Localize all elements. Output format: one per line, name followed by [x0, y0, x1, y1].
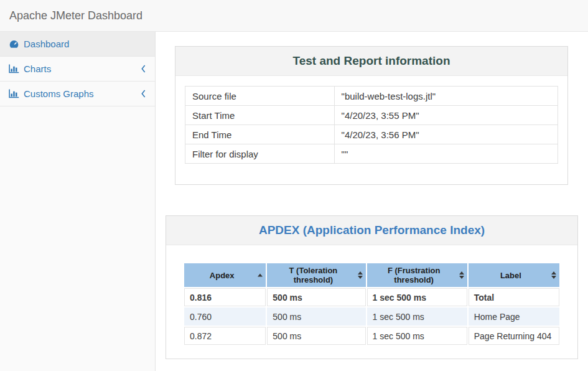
chevron-left-icon [141, 65, 146, 73]
sidebar-item-label: Dashboard [24, 39, 69, 49]
sidebar-item-dashboard[interactable]: Dashboard [0, 32, 155, 57]
apdex-table: Apdex T (Toleration threshold) F (Frustr… [183, 262, 561, 346]
apdex-card-title: APDEX (Application Performance Index) [166, 216, 577, 245]
info-label: Source file [185, 87, 335, 106]
column-header-toleration[interactable]: T (Toleration threshold) [267, 263, 365, 287]
sidebar-item-label: Customs Graphs [24, 88, 94, 99]
table-row: 0.760 500 ms 1 sec 500 ms Home Page [184, 308, 559, 326]
test-report-info-table: Source file "build-web-test-logs.jtl" St… [185, 86, 558, 164]
navbar: Apache JMeter Dashboard [0, 0, 588, 32]
apdex-value: 0.872 [184, 327, 266, 345]
column-header-label: Apdex [210, 271, 235, 280]
info-label: End Time [185, 125, 335, 144]
sidebar-item-charts[interactable]: Charts [0, 57, 155, 82]
column-header-apdex[interactable]: Apdex [184, 263, 266, 287]
toleration-value: 500 ms [267, 327, 365, 345]
sort-icon [358, 271, 363, 279]
column-header-label: T (Toleration threshold) [289, 266, 338, 284]
chevron-left-icon [141, 90, 146, 98]
test-report-info-card: Test and Report information Source file … [175, 46, 568, 185]
app-title: Apache JMeter Dashboard [9, 9, 142, 22]
bar-chart-icon [9, 64, 24, 74]
apdex-header-row: Apdex T (Toleration threshold) F (Frustr… [184, 263, 559, 287]
column-header-label: Label [500, 271, 521, 280]
info-value: "4/20/23, 3:55 PM" [334, 106, 558, 125]
sidebar-item-label: Charts [24, 63, 51, 74]
sort-icon [459, 271, 464, 279]
info-card-title: Test and Report information [175, 47, 567, 76]
sort-asc-icon [258, 274, 263, 277]
sort-icon [551, 271, 556, 279]
apdex-card: APDEX (Application Performance Index) Ap… [166, 215, 578, 359]
frustration-value: 1 sec 500 ms [367, 288, 467, 306]
table-row: Filter for display "" [185, 144, 558, 164]
toleration-value: 500 ms [267, 288, 365, 306]
apdex-value: 0.816 [184, 288, 266, 306]
toleration-value: 500 ms [267, 308, 365, 326]
info-value: "4/20/23, 3:56 PM" [334, 125, 558, 144]
label-value: Page Returning 404 [469, 327, 559, 345]
frustration-value: 1 sec 500 ms [367, 308, 467, 326]
table-row: End Time "4/20/23, 3:56 PM" [185, 125, 558, 144]
info-value: "build-web-test-logs.jtl" [334, 87, 558, 106]
table-row: 0.872 500 ms 1 sec 500 ms Page Returning… [184, 327, 559, 345]
apdex-value: 0.760 [184, 308, 266, 326]
column-header-label-col[interactable]: Label [469, 263, 559, 287]
label-value: Total [469, 288, 559, 306]
label-value: Home Page [469, 308, 559, 326]
main-content: Test and Report information Source file … [156, 32, 588, 371]
column-header-frustration[interactable]: F (Frustration threshold) [367, 263, 467, 287]
column-header-label: F (Frustration threshold) [388, 266, 441, 284]
info-value: "" [334, 144, 558, 164]
table-row: Source file "build-web-test-logs.jtl" [185, 87, 558, 106]
table-row: 0.816 500 ms 1 sec 500 ms Total [184, 288, 559, 306]
sidebar-item-customs-graphs[interactable]: Customs Graphs [0, 82, 155, 106]
frustration-value: 1 sec 500 ms [367, 327, 467, 345]
sidebar: Dashboard Charts [0, 32, 156, 371]
bar-chart-icon [9, 89, 24, 99]
info-label: Start Time [185, 106, 335, 125]
table-row: Start Time "4/20/23, 3:55 PM" [185, 106, 558, 125]
tachometer-icon [9, 39, 24, 49]
info-label: Filter for display [185, 144, 335, 164]
